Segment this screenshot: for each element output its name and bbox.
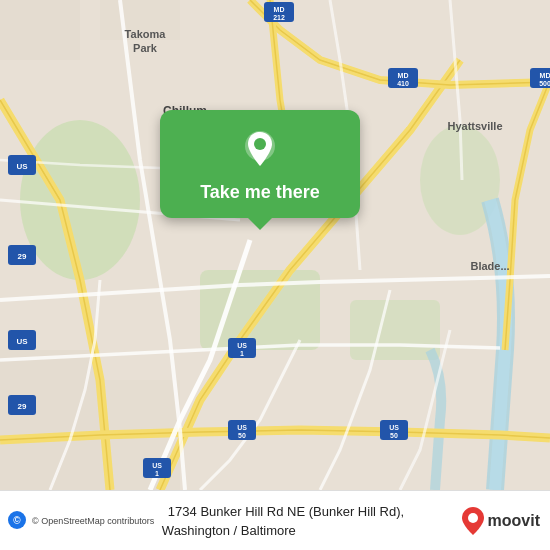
svg-text:1: 1: [240, 350, 244, 357]
location-pin-icon: [238, 128, 282, 172]
osm-circle-icon: ©: [8, 511, 26, 529]
svg-rect-3: [350, 300, 440, 360]
svg-text:50: 50: [238, 432, 246, 439]
svg-rect-5: [0, 0, 80, 60]
svg-text:US: US: [237, 424, 247, 431]
svg-text:29: 29: [18, 252, 27, 261]
map-container: US 29 US 29 US 1 US 1 US 50 US 50 MD 212…: [0, 0, 550, 490]
svg-text:Park: Park: [133, 42, 158, 54]
svg-rect-7: [0, 350, 100, 490]
address-block: 1734 Bunker Hill Rd NE (Bunker Hill Rd),…: [158, 502, 462, 540]
svg-text:Blade...: Blade...: [470, 260, 509, 272]
svg-text:1: 1: [155, 470, 159, 477]
svg-point-45: [468, 513, 478, 523]
svg-text:500: 500: [539, 80, 550, 87]
attribution-block: © © OpenStreetMap contributors: [8, 511, 158, 530]
svg-point-1: [20, 120, 140, 280]
osm-logo: ©: [8, 511, 26, 530]
address-text: 1734 Bunker Hill Rd NE (Bunker Hill Rd),…: [162, 504, 404, 538]
svg-text:Hyattsville: Hyattsville: [447, 120, 502, 132]
take-me-there-button[interactable]: Take me there: [200, 182, 320, 204]
svg-text:MD: MD: [540, 72, 550, 79]
svg-text:212: 212: [273, 14, 285, 21]
svg-text:410: 410: [397, 80, 409, 87]
svg-text:MD: MD: [274, 6, 285, 13]
svg-point-44: [254, 138, 266, 150]
navigate-popup[interactable]: Take me there: [160, 110, 360, 218]
svg-text:US: US: [16, 337, 28, 346]
svg-text:US: US: [152, 462, 162, 469]
svg-text:US: US: [389, 424, 399, 431]
moovit-label: moovit: [488, 512, 540, 530]
svg-text:US: US: [16, 162, 28, 171]
svg-text:29: 29: [18, 402, 27, 411]
moovit-logo: moovit: [462, 507, 540, 535]
moovit-pin-icon: [462, 507, 484, 535]
attribution-text: © OpenStreetMap contributors: [32, 516, 154, 526]
info-bar: © © OpenStreetMap contributors 1734 Bunk…: [0, 490, 550, 550]
svg-text:Takoma: Takoma: [125, 28, 167, 40]
svg-text:50: 50: [390, 432, 398, 439]
svg-text:MD: MD: [398, 72, 409, 79]
svg-text:US: US: [237, 342, 247, 349]
map-svg: US 29 US 29 US 1 US 1 US 50 US 50 MD 212…: [0, 0, 550, 490]
